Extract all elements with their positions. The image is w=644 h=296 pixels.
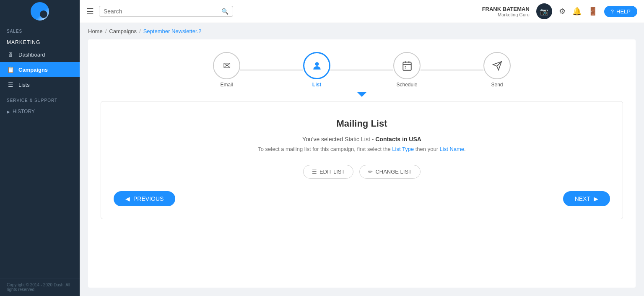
step-connector-2 xyxy=(330,70,393,70)
settings-button[interactable]: ⚙ xyxy=(559,7,566,16)
sales-section-label: SALES xyxy=(0,23,80,35)
camera-icon: 📷 xyxy=(540,8,548,16)
step-connector-1 xyxy=(240,70,303,70)
mailing-card: Mailing List You've selected Static List… xyxy=(101,101,623,219)
main-layout: SALES MARKETING 🖥 Dashboard 📋 Campaigns … xyxy=(0,23,644,296)
notifications-button[interactable]: 🔔 xyxy=(572,7,582,16)
header-right: FRANK BATEMAN Marketing Guru 📷 ⚙ 🔔 🚪 ? H… xyxy=(482,3,637,19)
edit-list-icon: ☰ xyxy=(312,169,317,175)
lists-icon: ☰ xyxy=(7,81,14,88)
campaign-container: ✉ Email List xyxy=(88,39,636,288)
help-button[interactable]: ? HELP xyxy=(604,6,637,17)
next-label: NEXT xyxy=(575,195,590,202)
previous-button[interactable]: ◀ PREVIOUS xyxy=(114,191,175,206)
sidebar-history[interactable]: ▶ HISTORY xyxy=(0,104,80,119)
hamburger-button[interactable]: ☰ xyxy=(86,6,94,16)
step-pointer-triangle xyxy=(357,92,367,97)
step-send: Send xyxy=(483,52,511,88)
mailing-desc-middle: then your xyxy=(414,146,439,152)
step-schedule-label: Schedule xyxy=(396,82,417,88)
help-label: HELP xyxy=(616,8,631,15)
previous-label: PREVIOUS xyxy=(133,195,164,202)
user-info: FRANK BATEMAN Marketing Guru xyxy=(482,6,530,17)
sidebar-campaigns-label: Campaigns xyxy=(18,67,48,73)
content-area: Home / Campaigns / September Newsletter.… xyxy=(80,23,644,296)
user-name: FRANK BATEMAN xyxy=(482,6,530,12)
mailing-subtitle: You've selected Static List - Contacts i… xyxy=(114,136,610,143)
marketing-section-label: MARKETING xyxy=(0,35,80,47)
svg-point-0 xyxy=(315,62,319,66)
step-email-circle: ✉ xyxy=(213,52,240,79)
history-arrow-icon: ▶ xyxy=(7,109,10,114)
logo-circle xyxy=(31,2,49,21)
step-schedule-circle xyxy=(393,52,421,79)
logout-button[interactable]: 🚪 xyxy=(588,7,597,16)
list-type-link[interactable]: List Type xyxy=(392,146,414,152)
dashboard-icon: 🖥 xyxy=(7,51,14,58)
next-button[interactable]: NEXT ▶ xyxy=(563,191,610,206)
mailing-subtitle-bold: Contacts in USA xyxy=(375,136,421,143)
sidebar-item-dashboard[interactable]: 🖥 Dashboard xyxy=(0,47,80,62)
search-box: 🔍 xyxy=(99,6,233,17)
breadcrumb-sep2: / xyxy=(139,28,141,34)
sidebar: SALES MARKETING 🖥 Dashboard 📋 Campaigns … xyxy=(0,23,80,296)
search-input[interactable] xyxy=(104,8,221,15)
user-role: Marketing Guru xyxy=(482,12,530,17)
breadcrumb: Home / Campaigns / September Newsletter.… xyxy=(80,23,644,39)
schedule-icon xyxy=(402,60,413,71)
navigation-buttons: ◀ PREVIOUS NEXT ▶ xyxy=(114,191,610,206)
step-send-circle xyxy=(483,52,511,79)
sidebar-footer: Copyright © 2014 - 2020 Dash. All rights… xyxy=(0,278,80,296)
previous-arrow-icon: ◀ xyxy=(125,195,130,202)
step-list: List xyxy=(303,52,330,88)
step-send-label: Send xyxy=(491,82,503,88)
service-support-label: SERVICE & SUPPORT xyxy=(0,92,80,104)
step-email-label: Email xyxy=(220,82,233,88)
header: ☰ 🔍 FRANK BATEMAN Marketing Guru 📷 ⚙ 🔔 🚪… xyxy=(0,0,644,23)
mailing-desc-prefix: To select a mailing list for this campai… xyxy=(258,146,392,152)
sidebar-history-label: HISTORY xyxy=(13,109,35,114)
mailing-description: To select a mailing list for this campai… xyxy=(114,146,610,152)
mailing-actions: ☰ EDIT LIST ✏ CHANGE LIST xyxy=(114,165,610,179)
step-pointer xyxy=(101,92,623,97)
breadcrumb-sep1: / xyxy=(105,28,107,34)
mailing-subtitle-prefix: You've selected Static List - xyxy=(302,136,375,143)
change-list-label: CHANGE LIST xyxy=(375,169,412,175)
send-icon xyxy=(492,61,502,71)
help-icon: ? xyxy=(611,8,614,15)
campaigns-icon: 📋 xyxy=(7,66,14,73)
list-name-link[interactable]: List Name xyxy=(440,146,465,152)
breadcrumb-current: September Newsletter.2 xyxy=(143,28,202,34)
search-icon: 🔍 xyxy=(221,8,229,15)
camera-button[interactable]: 📷 xyxy=(536,3,552,19)
mailing-list-title: Mailing List xyxy=(114,118,610,129)
sidebar-lists-label: Lists xyxy=(18,82,30,88)
mailing-desc-suffix: . xyxy=(464,146,466,152)
step-connector-3 xyxy=(421,70,483,70)
breadcrumb-campaigns[interactable]: Campaigns xyxy=(109,28,137,34)
sidebar-item-lists[interactable]: ☰ Lists xyxy=(0,77,80,92)
edit-list-label: EDIT LIST xyxy=(319,169,345,175)
logo xyxy=(0,0,80,23)
step-email: ✉ Email xyxy=(213,52,240,88)
svg-rect-1 xyxy=(403,62,411,70)
step-list-circle xyxy=(303,52,330,79)
list-person-icon xyxy=(312,60,322,71)
sidebar-item-campaigns[interactable]: 📋 Campaigns xyxy=(0,62,80,77)
steps-bar: ✉ Email List xyxy=(101,52,623,88)
change-list-icon: ✏ xyxy=(368,169,373,175)
edit-list-button[interactable]: ☰ EDIT LIST xyxy=(303,165,353,179)
step-schedule: Schedule xyxy=(393,52,421,88)
next-arrow-icon: ▶ xyxy=(594,195,598,202)
change-list-button[interactable]: ✏ CHANGE LIST xyxy=(359,165,421,179)
breadcrumb-home[interactable]: Home xyxy=(88,28,103,34)
step-list-label: List xyxy=(312,82,321,88)
sidebar-dashboard-label: Dashboard xyxy=(18,52,45,58)
